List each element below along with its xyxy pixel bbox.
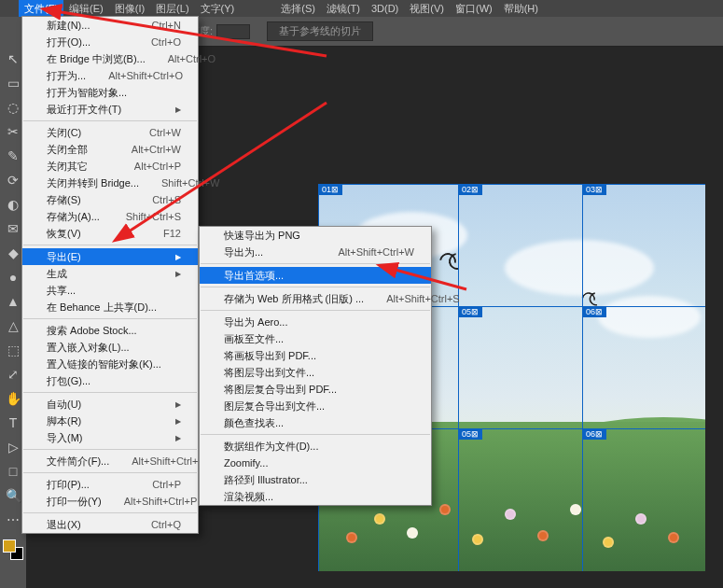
- menu-item-label: 共享...: [47, 284, 76, 298]
- tool-dodge[interactable]: ⬚: [3, 340, 23, 360]
- tool-blur[interactable]: △: [3, 315, 23, 336]
- file-menu-item[interactable]: 关闭其它Alt+Ctrl+P: [22, 158, 198, 175]
- slice-label[interactable]: 03⊠: [582, 184, 606, 195]
- tool-lasso[interactable]: ◌: [3, 97, 23, 118]
- menu-item-label: 将图层导出到文件...: [224, 366, 314, 380]
- export-menu-item[interactable]: Zoomify...: [200, 455, 431, 471]
- menu-item-label: 关闭(C): [47, 126, 81, 140]
- menu-item-label: 快速导出为 PNG: [224, 229, 300, 243]
- file-menu-item[interactable]: 关闭并转到 Bridge...Shift+Ctrl+W: [22, 175, 198, 191]
- file-menu-item[interactable]: 最近打开文件(T): [22, 101, 198, 118]
- file-menu-item[interactable]: 打印一份(Y)Alt+Shift+Ctrl+P: [22, 493, 198, 510]
- menu-layer[interactable]: 图层(L): [150, 0, 194, 18]
- file-menu-item[interactable]: 在 Bridge 中浏览(B)...Alt+Ctrl+O: [22, 50, 198, 67]
- tool-brush[interactable]: ◐: [3, 194, 23, 215]
- tool-gradient[interactable]: ▲: [3, 291, 23, 312]
- tool-hand[interactable]: □: [3, 461, 23, 482]
- file-menu-item[interactable]: 关闭全部Alt+Ctrl+W: [22, 141, 198, 158]
- top-menubar[interactable]: 文件(F) 编辑(E) 图像(I) 图层(L) 文字(Y) 选择(S) 滤镜(T…: [0, 0, 723, 17]
- file-menu-item[interactable]: 打开为智能对象...: [22, 84, 198, 101]
- slice-from-guides-button[interactable]: 基于参考线的切片: [267, 21, 373, 41]
- export-menu-item[interactable]: 导出为 Aero...: [200, 314, 431, 330]
- menu-item-label: 颜色查找表...: [224, 416, 284, 430]
- menu-help[interactable]: 帮助(H): [498, 0, 544, 18]
- export-menu-item[interactable]: 颜色查找表...: [200, 414, 431, 431]
- slice-label[interactable]: 05⊠: [458, 428, 482, 440]
- export-menu-item[interactable]: 画板至文件...: [200, 330, 431, 347]
- tool-heal[interactable]: ⟳: [3, 170, 23, 190]
- menu-item-label: 路径到 Illustrator...: [224, 473, 308, 487]
- file-menu-item[interactable]: 打包(G)...: [22, 372, 198, 389]
- menu-window[interactable]: 窗口(W): [450, 0, 498, 18]
- file-menu-item[interactable]: 共享...: [22, 282, 198, 299]
- export-submenu[interactable]: 快速导出为 PNG导出为...Alt+Shift+Ctrl+W导出首选项...存…: [199, 226, 432, 506]
- menu-edit[interactable]: 编辑(E): [63, 0, 109, 18]
- slice-label[interactable]: 06⊠: [582, 306, 606, 317]
- file-menu-item[interactable]: 打印(P)...Ctrl+P: [22, 476, 198, 493]
- slice-label[interactable]: 06⊠: [582, 428, 606, 440]
- file-menu-item[interactable]: 文件简介(F)...Alt+Shift+Ctrl+I: [22, 453, 198, 469]
- tool-type[interactable]: ✋: [3, 388, 23, 409]
- export-menu-item[interactable]: 存储为 Web 所用格式 (旧版) ...Alt+Shift+Ctrl+S: [200, 290, 431, 307]
- export-menu-item[interactable]: 渲染视频...: [200, 488, 431, 505]
- slice-label[interactable]: 02⊠: [458, 184, 482, 195]
- tool-path[interactable]: T: [3, 413, 23, 433]
- fg-swatch[interactable]: [3, 539, 16, 553]
- flower: [668, 532, 679, 543]
- file-menu-item[interactable]: 退出(X)Ctrl+Q: [22, 516, 198, 533]
- export-menu-item[interactable]: 将画板导出到 PDF...: [200, 347, 431, 364]
- menu-item-label: 将画板导出到 PDF...: [224, 349, 316, 363]
- menu-select[interactable]: 选择(S): [275, 0, 321, 18]
- slice-label[interactable]: 01⊠: [318, 184, 342, 195]
- slice-label[interactable]: 05⊠: [458, 306, 482, 317]
- tool-marquee[interactable]: ▭: [3, 73, 23, 93]
- export-menu-item[interactable]: 图层复合导出到文件...: [200, 398, 431, 414]
- menu-image[interactable]: 图像(I): [109, 0, 150, 18]
- tool-eyedropper[interactable]: ✎: [3, 146, 23, 166]
- menu-3d[interactable]: 3D(D): [366, 1, 404, 16]
- file-menu-item[interactable]: 导出(E): [22, 248, 198, 265]
- export-menu-item[interactable]: 快速导出为 PNG: [200, 227, 431, 244]
- tool-stamp[interactable]: ✉: [3, 218, 23, 239]
- file-menu-item[interactable]: 导入(M): [22, 429, 198, 446]
- menu-separator: [23, 449, 197, 450]
- file-menu-item[interactable]: 存储为(A)...Shift+Ctrl+S: [22, 208, 198, 225]
- file-menu-item[interactable]: 关闭(C)Ctrl+W: [22, 124, 198, 141]
- slice-line: [582, 184, 583, 571]
- menu-item-label: 恢复(V): [47, 227, 81, 241]
- tool-move[interactable]: ↖: [3, 49, 23, 69]
- tool-zoom[interactable]: 🔍: [3, 485, 23, 506]
- menu-item-label: 关闭全部: [47, 143, 88, 157]
- tool-eraser[interactable]: ●: [3, 267, 23, 287]
- file-menu-item[interactable]: 置入链接的智能对象(K)...: [22, 356, 198, 372]
- export-menu-item[interactable]: 数据组作为文件(D)...: [200, 438, 431, 455]
- tool-history[interactable]: ◆: [3, 243, 23, 263]
- export-menu-item[interactable]: 将图层复合导出到 PDF...: [200, 381, 431, 398]
- file-menu-item[interactable]: 打开(O)...Ctrl+O: [22, 34, 198, 50]
- file-menu-item[interactable]: 恢复(V)F12: [22, 225, 198, 242]
- file-menu-item[interactable]: 新建(N)...Ctrl+N: [22, 17, 198, 34]
- file-menu-item[interactable]: 在 Behance 上共享(D)...: [22, 299, 198, 315]
- file-menu-item[interactable]: 生成: [22, 265, 198, 282]
- tool-shape[interactable]: ▷: [3, 437, 23, 457]
- menu-type[interactable]: 文字(Y): [195, 0, 241, 18]
- export-menu-item[interactable]: 导出首选项...: [200, 267, 431, 284]
- file-menu-item[interactable]: 存储(S)Ctrl+S: [22, 191, 198, 208]
- tool-pen[interactable]: ⤢: [3, 364, 23, 385]
- menu-view[interactable]: 视图(V): [404, 0, 450, 18]
- tool-crop[interactable]: ✂: [3, 121, 23, 142]
- file-menu[interactable]: 新建(N)...Ctrl+N打开(O)...Ctrl+O在 Bridge 中浏览…: [21, 16, 199, 534]
- menu-filter[interactable]: 滤镜(T): [321, 0, 366, 18]
- export-menu-item[interactable]: 将图层导出到文件...: [200, 364, 431, 381]
- file-menu-item[interactable]: 搜索 Adobe Stock...: [22, 322, 198, 339]
- menu-item-shortcut: Alt+Shift+Ctrl+P: [124, 496, 198, 507]
- file-menu-item[interactable]: 打开为...Alt+Shift+Ctrl+O: [22, 67, 198, 84]
- export-menu-item[interactable]: 导出为...Alt+Shift+Ctrl+W: [200, 244, 431, 260]
- tool-more[interactable]: ⋯: [3, 510, 23, 530]
- file-menu-item[interactable]: 自动(U): [22, 396, 198, 413]
- color-swatches[interactable]: [3, 539, 23, 560]
- file-menu-item[interactable]: 置入嵌入对象(L)...: [22, 339, 198, 356]
- export-menu-item[interactable]: 路径到 Illustrator...: [200, 471, 431, 488]
- file-menu-item[interactable]: 脚本(R): [22, 413, 198, 429]
- menu-file[interactable]: 文件(F): [19, 0, 63, 18]
